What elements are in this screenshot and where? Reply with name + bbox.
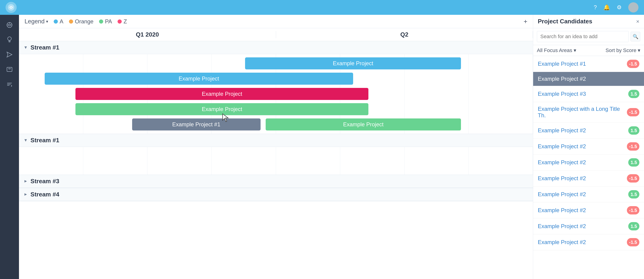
panel-list: Example Project #1-1.5Example Project #2… [533, 56, 644, 279]
legend-chevron-icon: ▾ [46, 19, 48, 24]
svg-point-6 [8, 37, 11, 40]
help-icon[interactable]: ? [594, 4, 597, 11]
stream-title-2: Stream #1 [30, 137, 59, 144]
bar-row-4: Example Project [19, 103, 533, 116]
candidate-name: Example Project #2 [538, 175, 586, 182]
bars-area-2 [19, 147, 533, 175]
legend-label-a: A [60, 18, 64, 25]
main-area: Legend ▾ A Orange PA Z + [19, 15, 644, 279]
score-badge: -1.5 [627, 60, 639, 68]
candidate-name: Example Project #2 [538, 207, 586, 214]
sidebar-item-send[interactable] [3, 48, 16, 61]
stream-chevron-4: ▼ [23, 192, 28, 197]
legend-dot-z [118, 20, 122, 24]
stream-chevron-3: ▼ [23, 179, 28, 184]
candidate-item[interactable]: Example Project #21.5 [533, 122, 644, 138]
candidate-name: Example Project with a Long Title Th. [538, 106, 627, 119]
panel-title: Project Candidates [538, 18, 592, 25]
sidebar-item-roadmap[interactable] [3, 63, 16, 76]
sort-chevron-icon: ▾ [638, 48, 640, 54]
app-logo[interactable] [6, 2, 17, 13]
gantt-bar-1[interactable]: Example Project [245, 57, 461, 70]
legend-item-orange: Orange [69, 18, 94, 25]
candidate-item[interactable]: Example Project with a Long Title Th.-1.… [533, 102, 644, 122]
top-bar-actions: ? 🔔 ⚙ [594, 2, 638, 12]
candidate-item[interactable]: Example Project #21.5 [533, 154, 644, 170]
legend-bar: Legend ▾ A Orange PA Z + [19, 15, 533, 28]
stream-row-3: ▼ Stream #3 [19, 175, 533, 188]
stream-header-1[interactable]: ▼ Stream #1 [19, 41, 533, 54]
gantt-bar-3[interactable]: Example Project [76, 88, 368, 100]
candidate-item[interactable]: Example Project #2-1.5 [533, 202, 644, 218]
stream-title-1: Stream #1 [30, 44, 59, 51]
score-badge: 1.5 [628, 158, 639, 166]
sidebar-item-sort[interactable] [3, 78, 16, 91]
stream-chevron-2: ▼ [24, 138, 28, 143]
stream-header-4[interactable]: ▼ Stream #4 [19, 188, 533, 201]
candidate-name: Example Project #2 [538, 76, 586, 82]
legend-dropdown[interactable]: Legend ▾ [24, 18, 48, 25]
candidate-item[interactable]: Example Project #2-1.5 [533, 170, 644, 186]
candidate-item[interactable]: Example Project #2-1.5 [533, 138, 644, 154]
bell-icon[interactable]: 🔔 [603, 4, 610, 11]
gantt-bar-2[interactable]: Example Project [45, 73, 353, 85]
sidebar [0, 15, 19, 279]
score-badge: -1.5 [627, 238, 639, 246]
stream-row-4: ▼ Stream #4 [19, 188, 533, 201]
legend-label-pa: PA [105, 18, 112, 25]
score-badge: 1.5 [628, 90, 639, 98]
sort-filter[interactable]: Sort by Score ▾ [606, 48, 640, 54]
score-badge: -1.5 [627, 206, 639, 214]
score-badge: 1.5 [628, 190, 639, 198]
bar-row-3: Example Project [19, 88, 533, 100]
candidate-name: Example Project #3 [538, 91, 586, 97]
gantt-bar-5a[interactable]: Example Project #1 [132, 118, 260, 130]
candidate-item[interactable]: Example Project #21.5 [533, 186, 644, 202]
bars-area-1: Example Project Example Project Example … [19, 54, 533, 134]
candidate-item[interactable]: Example Project #21.5 [533, 218, 644, 234]
score-badge: 1.5 [628, 126, 639, 135]
legend-dot-pa [99, 20, 103, 24]
candidates-panel: Project Candidates × 🔍 All Focus Areas ▾… [533, 15, 644, 279]
svg-point-0 [8, 4, 14, 11]
timeline-header: Q1 2020 Q2 [19, 28, 533, 41]
avatar-icon[interactable] [628, 2, 638, 12]
stream-title-4: Stream #4 [30, 191, 59, 198]
score-badge: 1.5 [628, 222, 639, 230]
stream-chevron-1: ▼ [24, 45, 28, 50]
timeline-col-q2: Q2 [276, 31, 533, 38]
legend-label-text: Legend [24, 18, 45, 25]
candidate-name: Example Project #2 [538, 191, 586, 198]
legend-item-z: Z [118, 18, 127, 25]
candidate-item[interactable]: Example Project #1-1.5 [533, 56, 644, 72]
search-input[interactable] [537, 31, 629, 42]
score-badge: -1.5 [627, 174, 639, 182]
svg-marker-9 [7, 52, 12, 57]
focus-areas-filter[interactable]: All Focus Areas ▾ [537, 48, 576, 54]
gantt-area: Legend ▾ A Orange PA Z + [19, 15, 533, 279]
search-button[interactable]: 🔍 [630, 32, 640, 42]
candidate-item[interactable]: Example Project #2 [533, 72, 644, 86]
sidebar-item-dashboard[interactable] [3, 18, 16, 32]
legend-label-orange: Orange [75, 18, 94, 25]
panel-close-button[interactable]: × [636, 18, 639, 25]
grid-cols-2 [19, 147, 533, 175]
top-bar: ? 🔔 ⚙ [0, 0, 644, 15]
candidate-item[interactable]: Example Project #2-1.5 [533, 234, 644, 250]
score-badge: -1.5 [627, 142, 639, 150]
gear-icon[interactable]: ⚙ [617, 4, 622, 11]
add-project-button[interactable]: + [524, 18, 527, 25]
candidate-name: Example Project #2 [538, 143, 586, 150]
gantt-bar-5b[interactable]: Example Project [266, 118, 461, 130]
legend-dot-orange [69, 20, 73, 24]
timeline-col-q1: Q1 2020 [19, 31, 276, 38]
sidebar-item-ideas[interactable] [3, 33, 16, 46]
panel-search: 🔍 [533, 28, 644, 45]
stream-header-2[interactable]: ▼ Stream #1 [19, 134, 533, 147]
svg-rect-10 [7, 67, 12, 72]
candidate-name: Example Project #2 [538, 239, 586, 246]
gantt-bar-4[interactable]: Example Project [76, 103, 368, 115]
candidate-item[interactable]: Example Project #31.5 [533, 86, 644, 102]
stream-header-3[interactable]: ▼ Stream #3 [19, 175, 533, 188]
legend-dot-a [54, 20, 58, 24]
